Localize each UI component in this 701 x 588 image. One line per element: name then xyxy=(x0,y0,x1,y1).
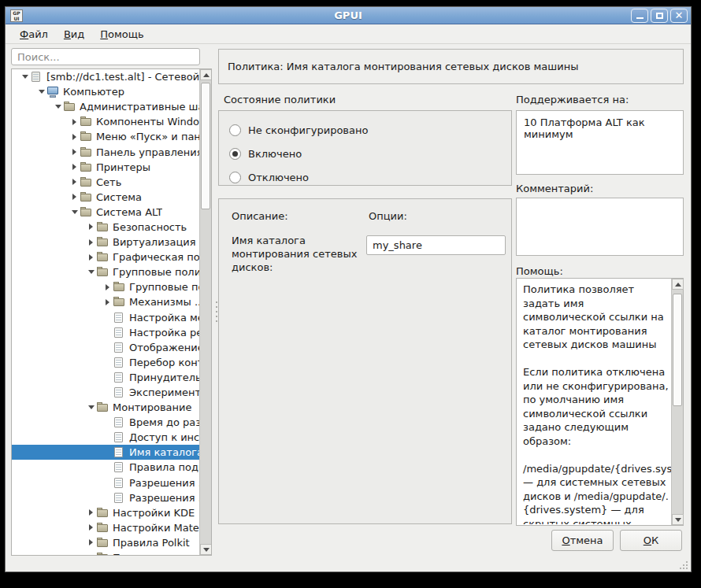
scroll-up-button[interactable] xyxy=(672,279,684,290)
menu-item-file[interactable]: Файл xyxy=(13,27,54,42)
radio-option-disabled[interactable]: Отключено xyxy=(229,169,511,185)
radio-icon[interactable] xyxy=(229,172,241,183)
doc-icon xyxy=(113,357,125,368)
arrow-up-icon xyxy=(203,73,210,77)
expander-icon[interactable] xyxy=(86,402,96,412)
expander-icon[interactable] xyxy=(69,131,80,142)
menu-item-help[interactable]: Помощь xyxy=(94,27,150,42)
resize-grip[interactable] xyxy=(678,560,688,569)
radio-icon[interactable] xyxy=(229,148,241,160)
tree-scrollbar-thumb[interactable] xyxy=(201,83,210,209)
tree-item[interactable]: Настройки Mate xyxy=(12,520,199,535)
expander-icon[interactable] xyxy=(86,508,96,518)
expander-icon[interactable] xyxy=(86,237,96,247)
tree-item[interactable]: [smb://dc1.test.alt] - Сетевой ди... xyxy=(12,69,199,84)
folder-icon xyxy=(80,131,92,142)
tree-item[interactable]: Виртуализация xyxy=(12,235,199,250)
policy-tree[interactable]: [smb://dc1.test.alt] - Сетевой ди...Комп… xyxy=(11,68,212,556)
scroll-down-button[interactable] xyxy=(672,514,684,525)
tree-item[interactable]: Правила Polkit xyxy=(12,535,199,550)
expander-icon[interactable] xyxy=(20,72,30,82)
tree-item[interactable]: Имя каталога... xyxy=(12,445,199,460)
tree-item[interactable]: Приложения для xyxy=(12,550,199,555)
tree-item[interactable]: Панель управления xyxy=(12,144,199,159)
tree-item[interactable]: Меню «Пуск» и пане... xyxy=(12,129,199,144)
tree-item[interactable]: Монтирование xyxy=(12,400,199,415)
expander-icon[interactable] xyxy=(36,87,46,97)
tree-item[interactable]: Доступ к инст... xyxy=(12,430,199,445)
expander-icon[interactable] xyxy=(53,102,63,112)
cancel-button[interactable]: Отмена xyxy=(551,530,614,551)
maximize-icon xyxy=(656,13,663,19)
expander-icon[interactable] xyxy=(102,297,113,307)
tree-item[interactable]: Разрешения ... xyxy=(12,490,199,505)
expander-icon[interactable] xyxy=(86,523,96,533)
expander-icon[interactable] xyxy=(86,252,96,262)
tree-item[interactable]: Групповые по... xyxy=(12,279,199,294)
doc-icon xyxy=(113,372,125,383)
tree-item-label: Система xyxy=(96,191,142,203)
radio-label: Включено xyxy=(248,148,302,160)
comment-box[interactable] xyxy=(516,198,684,256)
tree-item[interactable]: Правила подк... xyxy=(12,460,199,475)
tree-item[interactable]: Принудитель... xyxy=(12,370,199,385)
tree-item[interactable]: Графическая под... xyxy=(12,250,199,264)
help-label: Помощь: xyxy=(516,265,563,277)
expander-icon[interactable] xyxy=(69,162,80,172)
tree-item[interactable]: Отображение... xyxy=(12,340,199,355)
expander-spacer xyxy=(102,387,113,398)
tree-item[interactable]: Сеть xyxy=(12,175,199,190)
scroll-up-button[interactable] xyxy=(200,69,212,80)
tree-item[interactable]: Безопасность xyxy=(12,220,199,235)
ok-button[interactable]: ОК xyxy=(620,530,682,551)
tree-item[interactable]: Компоненты Windows xyxy=(12,114,199,129)
tree-item[interactable]: Принтеры xyxy=(12,160,199,175)
radio-icon[interactable] xyxy=(229,124,241,136)
doc-icon xyxy=(113,327,125,338)
radio-option-enabled[interactable]: Включено xyxy=(229,146,511,161)
tree-item[interactable]: Компьютер xyxy=(12,84,199,99)
maximize-button[interactable] xyxy=(651,9,668,23)
tree-item[interactable]: Система xyxy=(12,190,199,205)
tree-item[interactable]: Разрешения ... xyxy=(12,475,199,490)
expander-icon[interactable] xyxy=(86,222,96,232)
expander-spacer xyxy=(102,327,113,338)
expander-spacer xyxy=(102,417,113,427)
tree-item[interactable]: Время до раз... xyxy=(12,415,199,430)
expander-icon[interactable] xyxy=(86,538,96,548)
titlebar[interactable]: GP UI GPUI ✕ xyxy=(6,7,691,24)
expander-icon[interactable] xyxy=(86,553,96,555)
expander-icon[interactable] xyxy=(69,192,80,202)
minimize-button[interactable] xyxy=(631,9,648,23)
folder-icon xyxy=(96,266,109,278)
options-title: Опции: xyxy=(369,210,407,222)
tree-item[interactable]: Система ALT xyxy=(12,205,199,220)
share-name-input[interactable] xyxy=(366,235,506,255)
expander-icon[interactable] xyxy=(69,207,80,217)
expander-icon[interactable] xyxy=(69,177,80,187)
search-input[interactable] xyxy=(11,48,200,65)
close-button[interactable]: ✕ xyxy=(670,9,688,23)
scroll-down-button[interactable] xyxy=(200,544,212,555)
expander-icon[interactable] xyxy=(86,267,96,277)
doc-icon xyxy=(113,446,125,458)
help-box: Политика позволяет задать имя символичес… xyxy=(516,278,684,526)
expander-icon[interactable] xyxy=(102,282,113,292)
help-scrollbar-thumb[interactable] xyxy=(673,294,682,406)
tree-item[interactable]: Эксперимент... xyxy=(12,385,199,400)
menubar: Файл Вид Помощь xyxy=(6,25,691,44)
tree-item[interactable]: Настройка ре... xyxy=(12,325,199,340)
tree-item[interactable]: Настройки KDE xyxy=(12,505,199,520)
tree-item[interactable]: Настройка ме... xyxy=(12,310,199,325)
tree-item[interactable]: Групповые полит... xyxy=(12,264,199,279)
expander-icon[interactable] xyxy=(69,116,80,127)
menu-item-view[interactable]: Вид xyxy=(57,27,91,42)
help-scrollbar[interactable] xyxy=(671,279,683,525)
tree-item[interactable]: Административные ша... xyxy=(12,99,199,114)
tree-scrollbar[interactable] xyxy=(199,69,211,555)
tree-item[interactable]: Механизмы ... xyxy=(12,294,199,309)
radio-option-not-configured[interactable]: Не сконфигурировано xyxy=(229,122,511,138)
tree-item[interactable]: Перебор конт... xyxy=(12,355,199,370)
expander-icon[interactable] xyxy=(69,147,80,157)
app-icon: GP UI xyxy=(10,9,23,22)
